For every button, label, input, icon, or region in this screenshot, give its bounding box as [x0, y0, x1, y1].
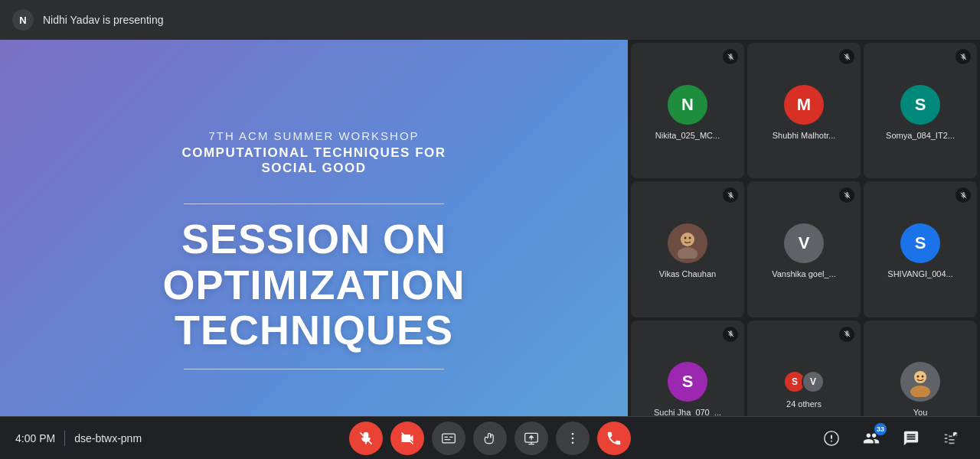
- main-content: 7TH ACM SUMMER WORKSHOP COMPUTATIONAL TE…: [0, 40, 980, 459]
- end-call-button[interactable]: [597, 422, 631, 455]
- people-button[interactable]: 33: [858, 425, 885, 452]
- name-shivangi: SHIVANGI_004...: [887, 269, 952, 278]
- avatar-vanshika: V: [784, 223, 824, 263]
- chat-button[interactable]: [897, 425, 925, 452]
- slide-main-text: SESSION ONOPTIMIZATIONTECHNIQUES: [163, 216, 466, 353]
- svg-point-14: [917, 376, 920, 378]
- avatar-shivangi: S: [900, 223, 940, 263]
- mute-icon-shivangi: [956, 187, 971, 203]
- participant-tile-vanshika[interactable]: V Vanshika goel_...: [747, 181, 861, 317]
- bottom-center-controls: [349, 422, 631, 455]
- name-nikita: Nikita_025_MC...: [655, 131, 720, 140]
- meeting-time: 4:00 PM: [15, 432, 55, 444]
- svg-point-7: [689, 236, 691, 239]
- raise-hand-button[interactable]: [473, 422, 507, 455]
- name-somya: Somya_084_IT2...: [886, 131, 955, 140]
- svg-point-22: [572, 441, 574, 444]
- info-button[interactable]: [818, 425, 845, 452]
- avatar-shubhi: M: [784, 85, 824, 125]
- mute-icon-others: [839, 327, 854, 342]
- avatar-nikita: N: [668, 85, 707, 125]
- participant-tile-vikas[interactable]: Vikas Chauhan: [631, 181, 744, 317]
- slide-divider-top: [184, 203, 444, 205]
- mini-avatar-2: V: [802, 370, 825, 393]
- presenter-text: Nidhi Yadav is presenting: [43, 14, 163, 26]
- svg-point-21: [572, 437, 574, 439]
- avatar-you: [900, 362, 940, 402]
- mute-icon-vanshika: [839, 187, 854, 203]
- slide-title-line1: COMPUTATIONAL TECHNIQUES FOR: [181, 145, 446, 161]
- mute-icon-nikita: [723, 49, 738, 64]
- svg-rect-18: [443, 434, 456, 443]
- slide-title-line2: SOCIAL GOOD: [261, 161, 366, 176]
- bottom-divider: [64, 431, 65, 446]
- svg-point-15: [922, 376, 924, 378]
- participant-tile-shubhi[interactable]: M Shubhi Malhotr...: [747, 43, 861, 178]
- mute-button[interactable]: [349, 422, 383, 455]
- mute-icon-somya: [956, 49, 971, 64]
- svg-point-6: [684, 236, 687, 239]
- meeting-code: dse-btwx-pnm: [74, 432, 142, 444]
- avatar-suchi: S: [668, 362, 707, 402]
- svg-point-5: [678, 247, 697, 259]
- avatar-somya: S: [900, 85, 940, 125]
- svg-point-13: [910, 386, 930, 397]
- name-vikas: Vikas Chauhan: [659, 269, 716, 278]
- bottom-bar: 4:00 PM dse-btwx-pnm: [0, 416, 980, 459]
- top-bar: N Nidhi Yadav is presenting: [0, 0, 980, 40]
- name-others: 24 others: [786, 399, 822, 409]
- svg-point-12: [914, 371, 926, 383]
- slide-subtitle: 7TH ACM SUMMER WORKSHOP: [208, 129, 419, 142]
- mute-icon-vikas: [723, 187, 738, 203]
- svg-point-4: [681, 233, 694, 246]
- presentation-slide: 7TH ACM SUMMER WORKSHOP COMPUTATIONAL TE…: [0, 40, 628, 459]
- participants-badge: 33: [874, 423, 887, 435]
- captions-button[interactable]: [432, 422, 466, 455]
- participants-grid: N Nikita_025_MC... M Shubhi Malhotr... S…: [628, 40, 980, 459]
- presenter-initial: N: [19, 15, 26, 26]
- mute-icon-suchi: [723, 327, 738, 342]
- participant-tile-shivangi[interactable]: S SHIVANGI_004...: [864, 181, 977, 317]
- participant-tile-somya[interactable]: S Somya_084_IT2...: [864, 43, 977, 178]
- avatar-vikas: [668, 223, 707, 263]
- participant-tile-nikita[interactable]: N Nikita_025_MC...: [631, 43, 744, 178]
- name-shubhi: Shubhi Malhotr...: [773, 131, 836, 140]
- svg-point-20: [572, 432, 574, 435]
- more-options-button[interactable]: [556, 422, 590, 455]
- activities-button[interactable]: [937, 425, 965, 452]
- mute-icon-shubhi: [839, 49, 854, 64]
- camera-button[interactable]: [390, 422, 424, 455]
- slide-divider-bottom: [184, 369, 444, 370]
- present-button[interactable]: [514, 422, 548, 455]
- presenter-avatar: N: [12, 9, 34, 31]
- name-vanshika: Vanshika goel_...: [772, 269, 836, 278]
- bottom-right-controls: 33: [818, 425, 965, 452]
